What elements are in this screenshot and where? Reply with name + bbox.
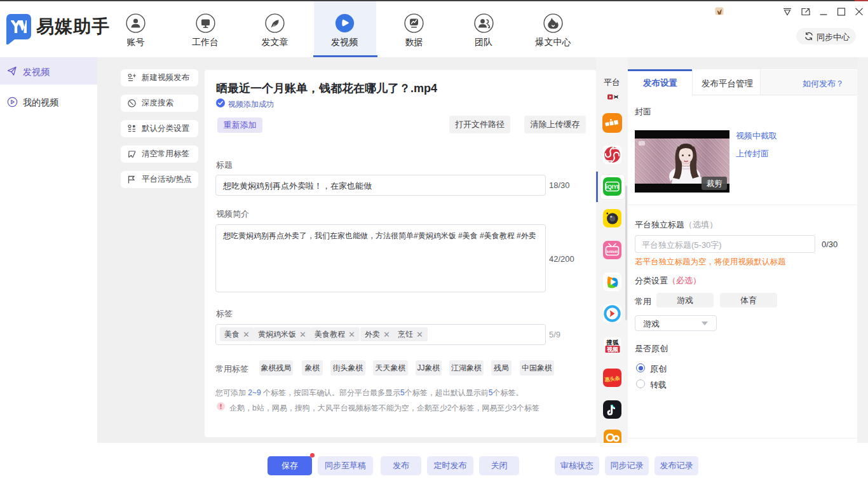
svg-text:视频: 视频	[606, 346, 619, 353]
svg-text:搜狐: 搜狐	[606, 339, 620, 346]
svg-text:裁剪: 裁剪	[707, 179, 723, 188]
svg-text:iQIYI: iQIYI	[606, 184, 618, 190]
svg-text:bilibili: bilibili	[607, 250, 618, 254]
